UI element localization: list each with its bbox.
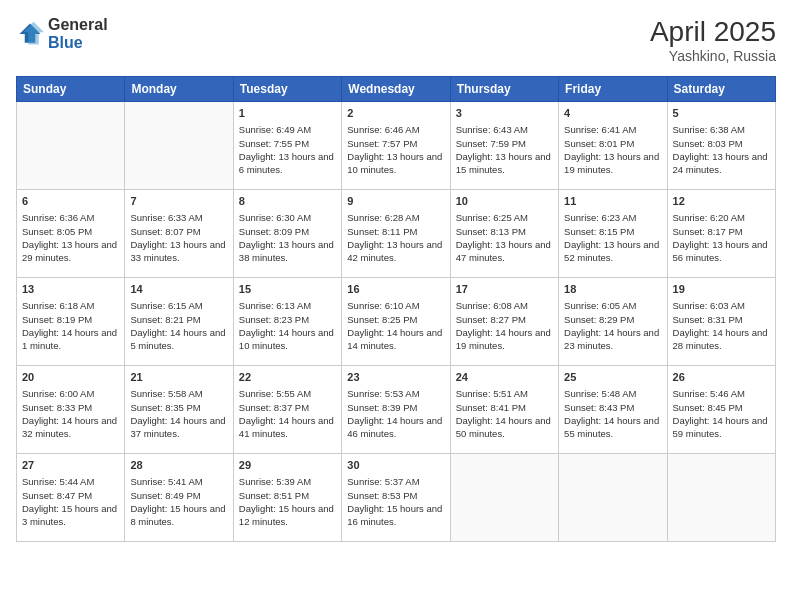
logo-icon [16, 20, 44, 48]
calendar-cell: 29Sunrise: 5:39 AMSunset: 8:51 PMDayligh… [233, 454, 341, 542]
day-info: Sunrise: 6:18 AM [22, 299, 119, 312]
day-info: Sunset: 8:09 PM [239, 225, 336, 238]
day-info: Sunset: 8:37 PM [239, 401, 336, 414]
day-info: Sunset: 8:51 PM [239, 489, 336, 502]
day-info: Sunrise: 5:51 AM [456, 387, 553, 400]
day-number: 13 [22, 282, 119, 297]
day-info: Sunset: 8:53 PM [347, 489, 444, 502]
calendar-cell: 30Sunrise: 5:37 AMSunset: 8:53 PMDayligh… [342, 454, 450, 542]
day-number: 23 [347, 370, 444, 385]
calendar-cell: 13Sunrise: 6:18 AMSunset: 8:19 PMDayligh… [17, 278, 125, 366]
calendar-cell: 9Sunrise: 6:28 AMSunset: 8:11 PMDaylight… [342, 190, 450, 278]
day-info: Daylight: 14 hours and 55 minutes. [564, 414, 661, 441]
day-number: 24 [456, 370, 553, 385]
page: General Blue April 2025 Yashkino, Russia… [0, 0, 792, 612]
day-info: Sunrise: 6:49 AM [239, 123, 336, 136]
day-number: 15 [239, 282, 336, 297]
day-info: Daylight: 15 hours and 3 minutes. [22, 502, 119, 529]
day-info: Sunrise: 6:46 AM [347, 123, 444, 136]
calendar-week-4: 20Sunrise: 6:00 AMSunset: 8:33 PMDayligh… [17, 366, 776, 454]
day-info: Sunrise: 6:38 AM [673, 123, 770, 136]
calendar-cell: 18Sunrise: 6:05 AMSunset: 8:29 PMDayligh… [559, 278, 667, 366]
day-number: 25 [564, 370, 661, 385]
calendar-cell: 17Sunrise: 6:08 AMSunset: 8:27 PMDayligh… [450, 278, 558, 366]
day-number: 22 [239, 370, 336, 385]
day-info: Sunset: 8:33 PM [22, 401, 119, 414]
day-info: Sunrise: 6:10 AM [347, 299, 444, 312]
day-info: Sunrise: 6:20 AM [673, 211, 770, 224]
calendar-cell: 11Sunrise: 6:23 AMSunset: 8:15 PMDayligh… [559, 190, 667, 278]
day-info: Sunset: 8:03 PM [673, 137, 770, 150]
day-info: Daylight: 14 hours and 5 minutes. [130, 326, 227, 353]
day-number: 11 [564, 194, 661, 209]
day-info: Daylight: 14 hours and 59 minutes. [673, 414, 770, 441]
calendar-cell: 8Sunrise: 6:30 AMSunset: 8:09 PMDaylight… [233, 190, 341, 278]
day-info: Daylight: 14 hours and 19 minutes. [456, 326, 553, 353]
calendar-week-3: 13Sunrise: 6:18 AMSunset: 8:19 PMDayligh… [17, 278, 776, 366]
day-info: Sunset: 8:29 PM [564, 313, 661, 326]
day-info: Sunset: 8:15 PM [564, 225, 661, 238]
calendar-cell: 22Sunrise: 5:55 AMSunset: 8:37 PMDayligh… [233, 366, 341, 454]
calendar-cell: 16Sunrise: 6:10 AMSunset: 8:25 PMDayligh… [342, 278, 450, 366]
day-info: Sunrise: 6:08 AM [456, 299, 553, 312]
day-info: Daylight: 14 hours and 46 minutes. [347, 414, 444, 441]
day-info: Sunset: 8:07 PM [130, 225, 227, 238]
day-number: 3 [456, 106, 553, 121]
day-info: Sunrise: 6:30 AM [239, 211, 336, 224]
calendar-cell: 28Sunrise: 5:41 AMSunset: 8:49 PMDayligh… [125, 454, 233, 542]
day-info: Daylight: 13 hours and 52 minutes. [564, 238, 661, 265]
day-number: 27 [22, 458, 119, 473]
calendar-cell: 6Sunrise: 6:36 AMSunset: 8:05 PMDaylight… [17, 190, 125, 278]
day-number: 29 [239, 458, 336, 473]
logo-text: General Blue [48, 16, 108, 51]
calendar-cell: 15Sunrise: 6:13 AMSunset: 8:23 PMDayligh… [233, 278, 341, 366]
day-info: Daylight: 14 hours and 23 minutes. [564, 326, 661, 353]
day-number: 2 [347, 106, 444, 121]
day-info: Sunset: 8:45 PM [673, 401, 770, 414]
day-info: Daylight: 14 hours and 14 minutes. [347, 326, 444, 353]
day-number: 5 [673, 106, 770, 121]
col-header-monday: Monday [125, 77, 233, 102]
calendar-week-2: 6Sunrise: 6:36 AMSunset: 8:05 PMDaylight… [17, 190, 776, 278]
day-info: Sunrise: 6:36 AM [22, 211, 119, 224]
day-number: 19 [673, 282, 770, 297]
day-number: 21 [130, 370, 227, 385]
day-info: Sunset: 8:11 PM [347, 225, 444, 238]
day-info: Daylight: 13 hours and 47 minutes. [456, 238, 553, 265]
day-info: Sunrise: 6:41 AM [564, 123, 661, 136]
day-info: Sunset: 8:27 PM [456, 313, 553, 326]
day-info: Daylight: 13 hours and 15 minutes. [456, 150, 553, 177]
day-info: Sunrise: 5:53 AM [347, 387, 444, 400]
calendar-cell: 7Sunrise: 6:33 AMSunset: 8:07 PMDaylight… [125, 190, 233, 278]
day-info: Sunset: 8:23 PM [239, 313, 336, 326]
day-info: Sunset: 8:25 PM [347, 313, 444, 326]
day-info: Sunrise: 5:44 AM [22, 475, 119, 488]
calendar-week-5: 27Sunrise: 5:44 AMSunset: 8:47 PMDayligh… [17, 454, 776, 542]
logo: General Blue [16, 16, 108, 51]
calendar-cell [667, 454, 775, 542]
day-info: Daylight: 13 hours and 42 minutes. [347, 238, 444, 265]
day-info: Sunrise: 5:46 AM [673, 387, 770, 400]
day-info: Sunrise: 6:33 AM [130, 211, 227, 224]
calendar-cell: 3Sunrise: 6:43 AMSunset: 7:59 PMDaylight… [450, 102, 558, 190]
day-info: Sunset: 8:49 PM [130, 489, 227, 502]
calendar-cell: 2Sunrise: 6:46 AMSunset: 7:57 PMDaylight… [342, 102, 450, 190]
day-info: Sunrise: 5:55 AM [239, 387, 336, 400]
day-info: Daylight: 13 hours and 38 minutes. [239, 238, 336, 265]
day-number: 9 [347, 194, 444, 209]
day-info: Daylight: 14 hours and 1 minute. [22, 326, 119, 353]
day-info: Sunset: 7:55 PM [239, 137, 336, 150]
day-info: Daylight: 13 hours and 6 minutes. [239, 150, 336, 177]
title-month: April 2025 [650, 16, 776, 48]
day-number: 7 [130, 194, 227, 209]
day-info: Daylight: 14 hours and 32 minutes. [22, 414, 119, 441]
day-info: Sunrise: 5:41 AM [130, 475, 227, 488]
calendar-cell: 12Sunrise: 6:20 AMSunset: 8:17 PMDayligh… [667, 190, 775, 278]
calendar-cell: 19Sunrise: 6:03 AMSunset: 8:31 PMDayligh… [667, 278, 775, 366]
day-number: 16 [347, 282, 444, 297]
calendar-cell: 27Sunrise: 5:44 AMSunset: 8:47 PMDayligh… [17, 454, 125, 542]
day-info: Sunset: 8:47 PM [22, 489, 119, 502]
day-info: Daylight: 13 hours and 29 minutes. [22, 238, 119, 265]
calendar-cell: 20Sunrise: 6:00 AMSunset: 8:33 PMDayligh… [17, 366, 125, 454]
day-info: Sunrise: 6:25 AM [456, 211, 553, 224]
